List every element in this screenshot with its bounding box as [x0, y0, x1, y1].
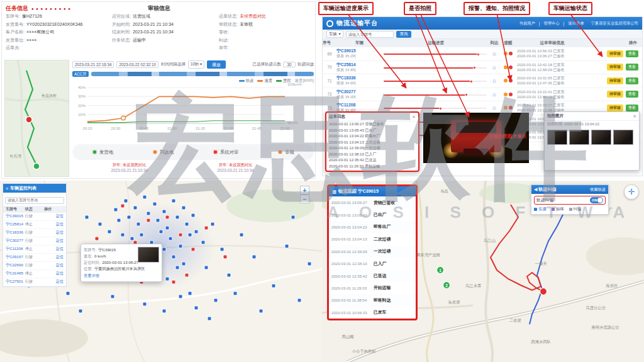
- vehicle-marker-blue[interactable]: [172, 199, 175, 202]
- range-start[interactable]: 2023-03-21 22:16:34: [72, 61, 114, 68]
- track-playback-map[interactable]: 1 2 鸟岛梨花湾生态园东方机械加工厂乌兰山聚家湾产业园一棵天海东区乌兰水库头道…: [322, 181, 644, 362]
- zoom-in-button[interactable]: +: [300, 186, 309, 195]
- vehicle-marker-blue[interactable]: [179, 244, 182, 247]
- vehicle-marker-blue[interactable]: [208, 317, 211, 320]
- vehicle-marker-blue[interactable]: [163, 248, 166, 251]
- locate-link[interactable]: 定位: [44, 213, 64, 219]
- vehicle-marker-blue[interactable]: [227, 273, 230, 276]
- close-icon[interactable]: ✕: [412, 115, 416, 120]
- vehicle-marker-blue[interactable]: [66, 291, 69, 295]
- vehicle-marker-blue[interactable]: [175, 215, 179, 218]
- table-row[interactable]: 71宁C18336煤炭 34.6吨⌂2020-03-01 10:31:55 已发…: [323, 74, 642, 88]
- timeline-node[interactable]: 到达地: [152, 149, 174, 156]
- correction-option[interactable]: 实播: [534, 206, 547, 212]
- vehicle-marker-blue[interactable]: [127, 215, 130, 218]
- photo-thumbnail[interactable]: [613, 130, 633, 145]
- acc-status-bar[interactable]: [91, 72, 314, 76]
- play-button[interactable]: 播放: [207, 60, 226, 69]
- status-badge[interactable]: 待审核: [607, 64, 623, 71]
- locate-link[interactable]: 定位: [44, 238, 64, 244]
- interval-select[interactable]: 10秒 ▾: [188, 60, 204, 69]
- vehicle-marker-blue[interactable]: [114, 208, 118, 212]
- vehicle-marker-red[interactable]: [179, 234, 182, 237]
- nav-link[interactable]: 退出登录: [568, 21, 584, 26]
- vehicle-marker-blue[interactable]: [272, 285, 275, 288]
- status-badge[interactable]: 待审核: [607, 91, 623, 98]
- monitor-list-item[interactable]: 宁C31485停止定位: [3, 270, 66, 278]
- notify-icon[interactable]: [509, 106, 513, 110]
- vehicle-marker-blue[interactable]: [214, 299, 218, 302]
- status-badge[interactable]: 待审核: [607, 50, 623, 57]
- view-button[interactable]: 查看: [626, 105, 638, 111]
- locate-link[interactable]: 定位: [44, 279, 64, 285]
- vehicle-marker-blue[interactable]: [298, 299, 301, 302]
- vehicle-marker-blue[interactable]: [233, 291, 236, 295]
- nav-link[interactable]: 当前用户: [519, 21, 535, 26]
- vehicle-marker-blue[interactable]: [179, 295, 182, 298]
- vehicle-marker-red[interactable]: [121, 205, 124, 208]
- locate-link[interactable]: 定位: [44, 222, 64, 227]
- vehicle-marker-blue[interactable]: [253, 255, 256, 258]
- timeline-node[interactable]: 审核: [277, 149, 294, 156]
- vehicle-marker-blue[interactable]: [240, 234, 243, 237]
- view-button[interactable]: 查看: [626, 64, 638, 71]
- vehicle-marker-blue[interactable]: [153, 203, 156, 206]
- alarm-icon[interactable]: [504, 65, 508, 69]
- monitor-list-item[interactable]: 宁C27501行驶定位: [3, 278, 66, 286]
- search-button[interactable]: 查询: [396, 31, 412, 38]
- table-row[interactable]: 69宁C39015煤炭 35.2吨⌂2020-03-01 10:56:33 已发…: [323, 47, 642, 61]
- tracking-entry[interactable]: 2020-03-01 13:04:13二次过磅: [329, 233, 416, 245]
- vehicle-marker-red[interactable]: [224, 255, 227, 258]
- vehicle-marker-red[interactable]: [172, 281, 175, 284]
- locate-link[interactable]: 定位: [44, 271, 64, 276]
- monitor-list-item[interactable]: 宁C39015行驶定位: [3, 213, 66, 221]
- timeline-node[interactable]: 发货地: [92, 149, 113, 156]
- vehicle-marker-blue[interactable]: [130, 237, 133, 240]
- vehicle-marker-blue[interactable]: [86, 215, 89, 218]
- vehicle-marker-blue[interactable]: [140, 234, 143, 237]
- notify-icon[interactable]: [509, 79, 513, 82]
- vehicle-marker-blue[interactable]: [285, 244, 288, 247]
- vehicle-marker-red[interactable]: [192, 248, 195, 251]
- vehicle-marker-blue[interactable]: [98, 223, 101, 226]
- vehicle-marker-blue[interactable]: [169, 237, 172, 240]
- tracking-entry[interactable]: 2020-03-01 10:56:33已发车: [329, 307, 416, 319]
- timeline-node[interactable]: 系统对审: [213, 149, 238, 156]
- photo-thumbnail[interactable]: [591, 130, 611, 145]
- vehicle-marker-blue[interactable]: [121, 234, 124, 237]
- vehicle-marker-blue[interactable]: [189, 291, 192, 295]
- vehicle-marker-blue[interactable]: [166, 226, 169, 229]
- vehicle-marker-blue[interactable]: [221, 248, 224, 251]
- vehicle-marker-blue[interactable]: [124, 199, 127, 202]
- vehicle-monitor-map[interactable]: ≡ 车辆监控列表 车牌号状态操作 宁C39015行驶定位宁C25814停止定位宁…: [0, 181, 322, 362]
- nav-link[interactable]: 管理中心: [543, 21, 559, 26]
- vehicle-marker-blue[interactable]: [163, 310, 166, 313]
- vehicle-marker-red[interactable]: [166, 215, 169, 218]
- vehicle-marker-blue[interactable]: [182, 206, 185, 210]
- vehicle-marker-blue[interactable]: [166, 277, 169, 280]
- locate-link[interactable]: 定位: [44, 254, 64, 260]
- notify-icon[interactable]: [509, 93, 513, 96]
- alarm-icon[interactable]: [504, 106, 508, 110]
- vehicle-marker-blue[interactable]: [189, 234, 192, 237]
- vehicle-marker-blue[interactable]: [108, 230, 111, 233]
- vehicle-marker-blue[interactable]: [156, 219, 159, 222]
- close-icon[interactable]: ✕: [633, 114, 636, 119]
- tracking-entry[interactable]: 2020-03-01 11:29:33开始运输: [329, 282, 416, 294]
- monitor-list-item[interactable]: 宁C18336行驶定位: [3, 229, 66, 237]
- vehicle-marker-blue[interactable]: [79, 310, 82, 313]
- vehicle-marker-blue[interactable]: [118, 219, 121, 222]
- vehicle-marker-blue[interactable]: [185, 223, 188, 226]
- view-button[interactable]: 查看: [626, 77, 638, 84]
- view-button[interactable]: 查看: [626, 50, 638, 57]
- mini-route-map[interactable]: 长流水村 红石湾: [4, 60, 69, 177]
- vehicle-marker-blue[interactable]: [195, 230, 198, 233]
- locate-link[interactable]: 定位: [44, 230, 64, 235]
- vehicle-photo[interactable]: 车辆拍照图片展示: [423, 113, 529, 163]
- monitor-list-item[interactable]: 宁C09157行驶定位: [3, 254, 66, 262]
- vehicle-marker-blue[interactable]: [143, 195, 147, 198]
- status-badge[interactable]: 待审核: [607, 77, 623, 84]
- notify-icon[interactable]: [509, 52, 513, 55]
- plate-search-input[interactable]: [346, 31, 394, 38]
- vehicle-marker-red[interactable]: [95, 237, 98, 240]
